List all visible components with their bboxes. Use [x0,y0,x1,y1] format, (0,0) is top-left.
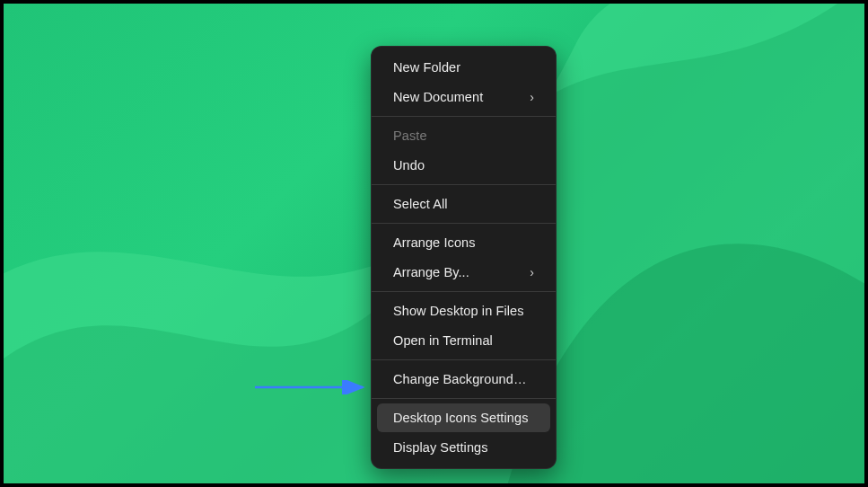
menu-item-new-folder[interactable]: New Folder [377,53,550,82]
menu-separator [372,291,556,292]
menu-item-label: Display Settings [393,440,534,455]
menu-item-new-document[interactable]: New Document› [377,83,550,111]
menu-separator [372,116,556,117]
menu-item-arrange-by[interactable]: Arrange By...› [377,258,550,287]
menu-item-label: Undo [393,158,534,173]
menu-item-label: New Folder [393,60,534,75]
menu-item-label: New Document [393,90,522,104]
menu-item-label: Arrange By... [393,265,522,279]
menu-item-label: Change Background… [393,372,534,386]
menu-item-change-background[interactable]: Change Background… [377,365,550,394]
menu-item-undo[interactable]: Undo [377,151,550,180]
menu-item-label: Paste [393,128,534,143]
menu-separator [372,359,556,360]
chevron-right-icon: › [530,91,534,103]
menu-separator [372,223,556,224]
menu-item-label: Open in Terminal [393,333,534,348]
menu-item-paste: Paste [377,121,550,150]
menu-separator [372,398,556,399]
menu-item-desktop-icons-settings[interactable]: Desktop Icons Settings [377,403,550,432]
menu-item-label: Select All [393,197,534,211]
menu-item-label: Show Desktop in Files [393,304,534,318]
menu-item-open-in-terminal[interactable]: Open in Terminal [377,326,550,355]
menu-item-label: Desktop Icons Settings [393,411,534,425]
menu-item-label: Arrange Icons [393,235,534,250]
menu-item-show-desktop-in-files[interactable]: Show Desktop in Files [377,297,550,325]
menu-item-select-all[interactable]: Select All [377,190,550,218]
menu-item-arrange-icons[interactable]: Arrange Icons [377,228,550,257]
desktop-context-menu: New FolderNew Document›PasteUndoSelect A… [371,46,557,469]
chevron-right-icon: › [530,266,534,279]
menu-item-display-settings[interactable]: Display Settings [377,433,550,462]
menu-separator [372,184,556,185]
